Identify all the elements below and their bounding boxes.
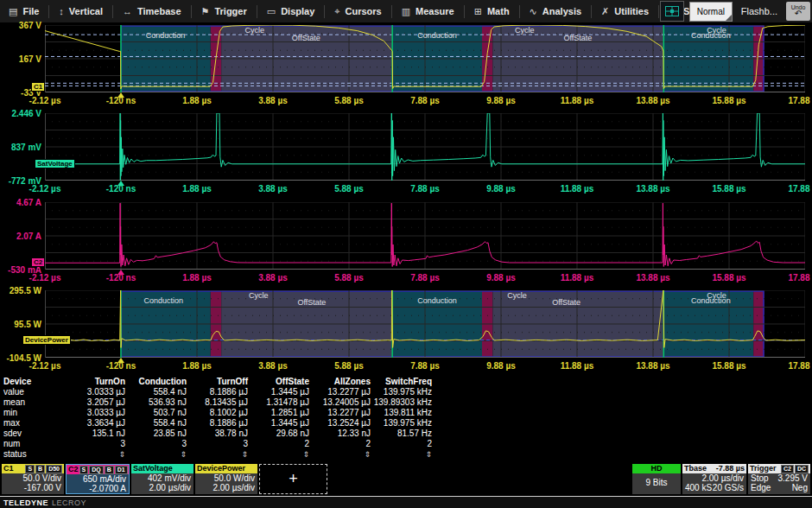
chip-s: S: [25, 465, 35, 473]
x-axis-tick-label: 3.88 µs: [258, 184, 288, 194]
trace-label-satvoltage[interactable]: SatVoltage: [35, 159, 75, 168]
zone-label: OffState: [297, 298, 326, 307]
trigger-position-marker[interactable]: [117, 270, 124, 275]
menu-item-math[interactable]: ⊞Math: [466, 0, 518, 22]
x-axis-tick-label: 15.88 µs: [712, 96, 745, 105]
table-row-label: min: [3, 408, 64, 418]
table-cell: ⇕: [248, 449, 309, 460]
hd-box[interactable]: HD 9 Bits: [632, 464, 681, 494]
acquisition-mode-button[interactable]: Normal: [689, 2, 733, 22]
plot-area-c1[interactable]: ConductionCycleOffStateConductionCycleOf…: [45, 25, 805, 92]
zone-label: Conduction: [417, 296, 457, 305]
menu-item-display[interactable]: ▭Display: [258, 0, 324, 22]
trace-label-c1[interactable]: C1: [31, 82, 45, 92]
x-axis-tick-label: -2.12 µs: [29, 184, 61, 194]
add-trace-button[interactable]: +: [259, 464, 327, 494]
table-cell: 38.78 nJ: [187, 429, 248, 439]
trace-label-c2[interactable]: C2: [31, 257, 45, 267]
table-cell: 13.2524 µJ: [309, 418, 371, 429]
y-axis-label: 367 V: [0, 21, 41, 30]
menu-item-trigger[interactable]: ⚑Trigger: [193, 0, 256, 22]
descriptor-bar: + HD 9 Bits Tbase -7.88 µs 2.00 µs/div 4…: [0, 464, 812, 495]
menu-item-timebase[interactable]: ↔Timebase: [114, 0, 190, 22]
table-cell: 3: [125, 439, 187, 449]
menu-separator: [591, 5, 592, 18]
descriptor-title: C2: [68, 465, 79, 474]
table-cell: ⇕: [125, 449, 187, 460]
trace-label-devicepower[interactable]: DevicePower: [22, 335, 71, 345]
menu-item-cursors[interactable]: ⌖Cursors: [326, 0, 390, 22]
menu-separator: [519, 5, 520, 18]
menu-separator: [324, 5, 325, 18]
utilities-icon: ✗: [601, 6, 609, 17]
descriptor-offset: -167.00 V: [2, 483, 64, 492]
status-icon: ⇕: [302, 450, 309, 459]
x-axis-tick-label: 3.88 µs: [258, 273, 288, 283]
chip-b: B: [105, 466, 114, 474]
trigger-box[interactable]: Trigger C2DC Stop 3.295 V Edge Neg: [748, 464, 810, 494]
table-cell: ⇕: [309, 449, 371, 460]
waveform-svg-satvoltage: [45, 113, 805, 181]
table-header: Device: [3, 377, 64, 387]
grid-display-button[interactable]: [660, 1, 684, 22]
descriptor-c1[interactable]: C1SBD5050.0 V/div-167.00 V: [2, 464, 64, 494]
timebase-title: Tbase: [684, 464, 707, 473]
undo-button[interactable]: Undo ↶: [786, 2, 810, 21]
menu-item-vertical[interactable]: ↕Vertical: [50, 0, 111, 22]
trigger-icon: ⚑: [201, 6, 210, 17]
menu-item-label: Display: [281, 6, 314, 16]
y-axis-label: 167 V: [0, 54, 41, 64]
table-cell: 23.85 nJ: [125, 429, 187, 439]
descriptor-devicepower[interactable]: DevicePower50.0 W/div2.00 µs/div: [195, 464, 257, 494]
table-row-label: status: [3, 449, 64, 460]
table-cell: 29.68 nJ: [248, 429, 309, 439]
descriptor-chips: SBD50: [24, 465, 62, 473]
menu-item-label: Vertical: [69, 6, 103, 16]
timebase-box[interactable]: Tbase -7.88 µs 2.00 µs/div 400 kS 20 GS/…: [682, 464, 746, 494]
menu-item-file[interactable]: ▤File: [0, 0, 48, 22]
plot-area-satvoltage[interactable]: [45, 113, 805, 181]
x-axis-tick-label: 7.88 µs: [410, 184, 440, 194]
zone-label: Cycle: [507, 291, 527, 300]
menu-item-utilities[interactable]: ✗Utilities: [593, 0, 657, 22]
x-axis-tick-label: -2.12 µs: [29, 273, 61, 283]
y-axis-label: 95.5 W: [0, 320, 41, 329]
timebase-samples: 400 kS: [685, 483, 712, 492]
zone-label: OffState: [563, 34, 592, 42]
descriptor-scale: 50.0 W/div: [195, 473, 257, 483]
table-cell: 1.3445 µJ: [248, 387, 309, 397]
menu-separator: [464, 5, 465, 18]
trigger-position-marker[interactable]: [117, 181, 124, 186]
trigger-mode: Stop: [751, 473, 769, 483]
table-cell: 536.93 nJ: [125, 397, 187, 408]
waveform-svg-c2: [45, 202, 805, 270]
descriptor-offset: 2.00 µs/div: [195, 483, 257, 492]
table-cell: 8.13435 µJ: [187, 397, 248, 408]
table-cell: 139.89303 kHz: [371, 397, 432, 408]
chip-d50: D50: [46, 465, 62, 473]
table-cell: 558.4 nJ: [125, 418, 187, 429]
plot-area-devicepower[interactable]: ConductionCycleOffStateConductionCycleOf…: [45, 290, 805, 358]
brand-teledyne: TELEDYNE: [3, 498, 48, 507]
x-axis-tick-label: 11.88 µs: [561, 273, 594, 283]
descriptor-c2[interactable]: C2SDQBD1650 mA/div-2.0700 A: [66, 464, 130, 494]
table-row-label: mean: [3, 397, 64, 408]
timebase-offset: -7.88 µs: [716, 464, 745, 473]
x-axis-tick-label: 1.88 µs: [182, 96, 212, 105]
descriptor-header: C2SDQBD1: [67, 465, 129, 474]
menu-item-label: File: [22, 6, 39, 16]
trigger-position-marker[interactable]: [117, 92, 124, 98]
descriptor-header: DevicePower: [195, 464, 257, 473]
chip-dc: DC: [795, 465, 809, 473]
oscilloscope-screen: { "menu": { "items": [ {"id":"file","lab…: [0, 0, 812, 508]
descriptor-title: DevicePower: [197, 464, 245, 473]
trigger-position-marker[interactable]: [117, 358, 124, 363]
descriptor-offset: 2.00 µs/div: [131, 483, 193, 492]
menu-right-controls: Normal Flashb... Undo ↶: [660, 1, 810, 22]
menu-item-measure[interactable]: ▥Measure: [393, 0, 463, 22]
plot-area-c2[interactable]: [45, 202, 805, 270]
menu-item-analysis[interactable]: ∿Analysis: [521, 0, 590, 22]
math-icon: ⊞: [474, 6, 482, 17]
descriptor-satvoltage[interactable]: SatVoltage402 mV/div2.00 µs/div: [131, 464, 193, 494]
x-axis-tick-label: 13.88 µs: [636, 96, 669, 105]
